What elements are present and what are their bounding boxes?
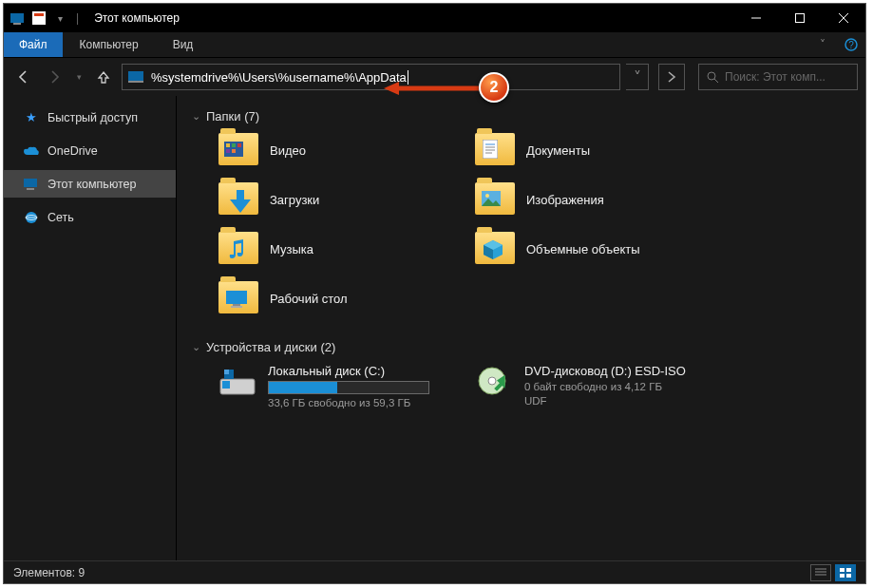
address-go-button[interactable] — [658, 64, 685, 90]
status-item-count: Элементов: 9 — [13, 566, 85, 579]
svg-rect-19 — [232, 143, 236, 147]
menu-computer[interactable]: Компьютер — [63, 32, 156, 57]
folder-icon — [218, 281, 258, 315]
status-bar: Элементов: 9 — [4, 560, 865, 583]
sidebar-item-quick-access[interactable]: ★ Быстрый доступ — [4, 104, 176, 131]
dvd-drive-icon — [475, 364, 513, 398]
svg-rect-34 — [222, 381, 230, 389]
folder-label: Видео — [270, 143, 306, 158]
folder-icon — [218, 133, 258, 167]
folder-music[interactable]: Музыка — [218, 232, 456, 266]
sidebar-item-label: Сеть — [47, 211, 74, 224]
svg-rect-36 — [224, 370, 229, 374]
recent-dropdown[interactable]: ▾ — [72, 65, 85, 89]
svg-line-11 — [714, 79, 718, 83]
folder-label: Изображения — [526, 193, 604, 207]
hdd-icon — [218, 364, 256, 398]
search-icon — [707, 71, 719, 84]
up-button[interactable] — [91, 65, 116, 89]
menu-file[interactable]: Файл — [4, 32, 63, 57]
drive-dvd[interactable]: DVD-дисковод (D:) ESD-ISO 0 байт свободн… — [475, 364, 731, 408]
svg-rect-18 — [226, 143, 230, 147]
qat-properties-icon[interactable] — [30, 9, 47, 27]
sidebar-item-label: Быстрый доступ — [47, 111, 138, 124]
chevron-down-icon: ⌄ — [192, 341, 200, 353]
folder-documents[interactable]: Документы — [475, 133, 712, 167]
drive-usage-fill — [269, 382, 337, 393]
group-drives-header[interactable]: ⌄ Устройства и диски (2) — [192, 340, 850, 354]
sidebar-item-onedrive[interactable]: OneDrive — [4, 137, 176, 164]
svg-point-38 — [488, 377, 496, 385]
folder-videos[interactable]: Видео — [218, 133, 456, 167]
svg-rect-42 — [840, 568, 845, 572]
folder-label: Рабочий стол — [270, 292, 348, 306]
sidebar-item-this-pc[interactable]: Этот компьютер — [4, 170, 176, 198]
sidebar-item-label: OneDrive — [47, 144, 98, 158]
ribbon-collapse-button[interactable]: ˅ — [808, 32, 837, 57]
svg-rect-22 — [232, 149, 236, 153]
folder-icon — [218, 182, 258, 217]
svg-rect-13 — [27, 188, 34, 190]
minimize-button[interactable] — [734, 4, 778, 32]
titlebar: ▾ | Этот компьютер — [4, 4, 865, 32]
cloud-icon — [23, 142, 40, 160]
drive-usage-bar — [268, 381, 429, 394]
address-bar[interactable]: %systemdrive%\Users\%username%\AppData — [122, 64, 620, 90]
svg-rect-20 — [237, 143, 241, 147]
drive-fs: UDF — [524, 395, 686, 407]
svg-rect-12 — [24, 179, 37, 187]
search-placeholder: Поиск: Этот комп... — [725, 70, 826, 84]
folder-pictures[interactable]: Изображения — [475, 182, 712, 217]
folder-label: Объемные объекты — [526, 242, 640, 256]
address-history-dropdown[interactable]: ˅ — [626, 64, 649, 90]
search-box[interactable]: Поиск: Этот комп... — [698, 64, 858, 90]
maximize-button[interactable] — [778, 4, 822, 32]
menu-view[interactable]: Вид — [156, 32, 211, 57]
svg-text:?: ? — [848, 40, 854, 50]
folder-3d-objects[interactable]: Объемные объекты — [475, 232, 712, 266]
group-folders-header[interactable]: ⌄ Папки (7) — [192, 109, 850, 123]
svg-rect-5 — [796, 14, 805, 23]
svg-marker-47 — [384, 82, 399, 95]
network-icon — [23, 209, 40, 226]
sidebar-item-network[interactable]: Сеть — [4, 203, 176, 231]
drive-c[interactable]: Локальный диск (C:) 33,6 ГБ свободно из … — [218, 364, 456, 408]
qat-dropdown-icon[interactable]: ▾ — [51, 9, 68, 27]
drive-free-text: 0 байт свободно из 4,12 ГБ — [524, 381, 686, 392]
drive-name: DVD-дисковод (D:) ESD-ISO — [524, 364, 686, 378]
pc-icon — [23, 176, 40, 193]
svg-rect-31 — [233, 304, 240, 306]
folder-icon — [218, 232, 258, 266]
svg-rect-1 — [13, 23, 21, 25]
address-path: %systemdrive%\Users\%username%\AppData — [151, 70, 407, 85]
drive-free-text: 33,6 ГБ свободно из 59,3 ГБ — [268, 397, 429, 408]
folder-desktop[interactable]: Рабочий стол — [218, 281, 456, 315]
annotation-arrow — [384, 82, 479, 95]
close-button[interactable] — [822, 4, 865, 32]
sidebar-item-label: Этот компьютер — [47, 178, 136, 191]
folder-icon — [475, 133, 515, 167]
drive-name: Локальный диск (C:) — [268, 364, 429, 378]
ribbon-tabs: Файл Компьютер Вид ˅ ? — [4, 32, 865, 58]
svg-rect-30 — [226, 291, 247, 304]
svg-rect-32 — [231, 306, 242, 308]
help-button[interactable]: ? — [837, 32, 865, 57]
folder-label: Музыка — [270, 242, 313, 256]
svg-rect-43 — [846, 568, 851, 572]
view-details-button[interactable] — [810, 564, 831, 581]
folder-downloads[interactable]: Загрузки — [218, 182, 456, 217]
nav-pane: ★ Быстрый доступ OneDrive Этот компьютер — [4, 96, 177, 560]
content-pane: ⌄ Папки (7) Видео Документы Загрузки — [177, 96, 865, 560]
folder-icon — [475, 182, 515, 217]
svg-rect-23 — [483, 140, 498, 159]
svg-rect-45 — [846, 574, 851, 578]
svg-rect-44 — [840, 574, 845, 578]
chevron-down-icon: ⌄ — [192, 110, 200, 123]
address-pc-icon — [128, 71, 143, 83]
folder-label: Загрузки — [270, 193, 319, 207]
svg-rect-3 — [34, 13, 44, 16]
back-button[interactable] — [11, 65, 36, 89]
annotation-badge: 2 — [479, 72, 509, 103]
view-tiles-button[interactable] — [835, 564, 856, 581]
forward-button[interactable] — [42, 65, 66, 89]
